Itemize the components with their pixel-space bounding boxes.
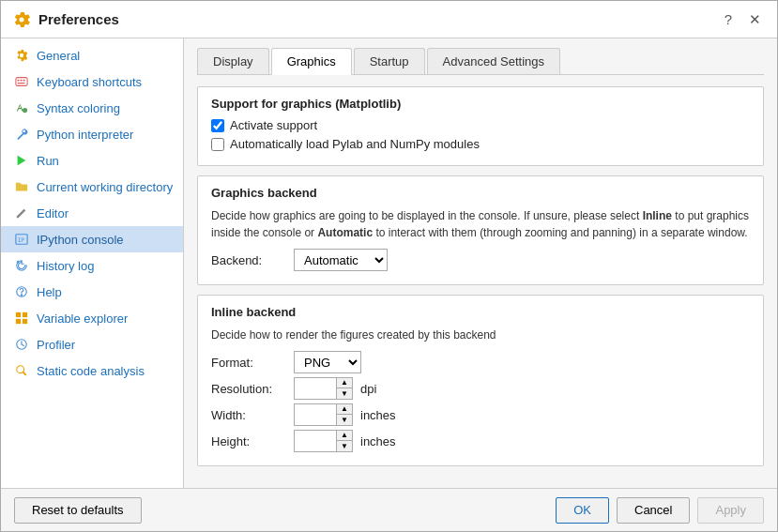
preferences-icon xyxy=(12,10,31,29)
backend-desc: Decide how graphics are going to be disp… xyxy=(211,207,750,241)
apply-button[interactable]: Apply xyxy=(697,497,764,524)
activate-support-row: Activate support xyxy=(211,118,750,132)
sidebar-item-run[interactable]: Run xyxy=(1,147,183,174)
pylab-checkbox[interactable] xyxy=(211,138,224,151)
ok-button[interactable]: OK xyxy=(556,497,609,524)
sidebar-item-help-label: Help xyxy=(37,285,62,299)
sidebar-item-profiler[interactable]: Profiler xyxy=(1,331,183,357)
backend-section: Graphics backend Decide how graphics are… xyxy=(197,175,764,285)
sidebar-item-python[interactable]: Python interpreter xyxy=(1,121,183,147)
console-icon: IP xyxy=(14,232,29,247)
dialog-title: Preferences xyxy=(38,11,119,27)
resolution-up-btn[interactable]: ▲ xyxy=(337,378,352,388)
width-up-btn[interactable]: ▲ xyxy=(337,404,352,415)
bottom-left: Reset to defaults xyxy=(14,497,142,524)
tab-graphics[interactable]: Graphics xyxy=(271,48,352,75)
content-area: General Keyboard shortcuts Syntax colori… xyxy=(1,38,777,488)
tab-display[interactable]: Display xyxy=(197,48,269,74)
backend-row: Backend: Automatic Inline Qt5 Qt4 SVG Tk… xyxy=(211,249,750,271)
history-icon xyxy=(14,258,29,273)
title-bar: Preferences ? ✕ xyxy=(1,1,777,38)
tab-startup[interactable]: Startup xyxy=(354,48,425,74)
sidebar-item-editor-label: Editor xyxy=(37,206,69,220)
inline-desc: Decide how to render the figures created… xyxy=(211,327,750,343)
sidebar-item-python-label: Python interpreter xyxy=(37,128,133,142)
paint-icon xyxy=(14,100,29,115)
sidebar-item-ipython[interactable]: IP IPython console xyxy=(1,226,183,252)
height-up-btn[interactable]: ▲ xyxy=(337,431,352,441)
cancel-button[interactable]: Cancel xyxy=(617,497,690,524)
height-spinner: 4 ▲ ▼ xyxy=(294,430,353,452)
reset-defaults-button[interactable]: Reset to defaults xyxy=(14,497,142,524)
sidebar-item-ipython-label: IPython console xyxy=(37,233,124,247)
main-panel: Display Graphics Startup Advanced Settin… xyxy=(184,38,777,488)
sidebar-item-run-label: Run xyxy=(37,154,59,168)
width-input[interactable]: 6 xyxy=(295,404,336,425)
width-down-btn[interactable]: ▼ xyxy=(337,415,352,425)
format-select[interactable]: PNG SVG xyxy=(294,351,361,373)
resolution-label: Resolution: xyxy=(211,382,286,396)
svg-marker-5 xyxy=(18,156,26,166)
sidebar-item-syntax[interactable]: Syntax coloring xyxy=(1,95,183,121)
sidebar-item-keyboard[interactable]: Keyboard shortcuts xyxy=(1,68,183,95)
activate-label[interactable]: Activate support xyxy=(230,118,317,132)
width-spinner: 6 ▲ ▼ xyxy=(294,403,353,426)
sidebar-item-history-label: History log xyxy=(37,259,94,273)
pylab-label[interactable]: Automatically load Pylab and NumPy modul… xyxy=(230,137,480,151)
bottom-right: OK Cancel Apply xyxy=(556,497,764,524)
sidebar-item-cwd[interactable]: Current working directory xyxy=(1,174,183,200)
width-spinner-btns: ▲ ▼ xyxy=(336,404,352,425)
sidebar-item-syntax-label: Syntax coloring xyxy=(37,101,120,115)
sidebar-item-help[interactable]: Help xyxy=(1,279,183,305)
svg-text:IP: IP xyxy=(18,236,25,243)
sidebar-item-variable-label: Variable explorer xyxy=(37,312,128,326)
height-down-btn[interactable]: ▼ xyxy=(337,441,352,451)
backend-select[interactable]: Automatic Inline Qt5 Qt4 SVG Tkinter xyxy=(294,249,388,271)
tab-advanced[interactable]: Advanced Settings xyxy=(427,48,560,74)
sidebar-item-variable[interactable]: Variable explorer xyxy=(1,305,183,331)
height-label: Height: xyxy=(211,434,286,448)
svg-rect-13 xyxy=(23,319,27,324)
folder-icon xyxy=(14,179,29,194)
support-section-title: Support for graphics (Matplotlib) xyxy=(211,97,750,111)
svg-rect-10 xyxy=(16,312,21,317)
sidebar-item-editor[interactable]: Editor xyxy=(1,200,183,226)
tabs-bar: Display Graphics Startup Advanced Settin… xyxy=(197,48,764,75)
svg-line-16 xyxy=(23,372,26,375)
activate-checkbox[interactable] xyxy=(211,119,224,132)
svg-rect-3 xyxy=(23,80,25,82)
sidebar-item-cwd-label: Current working directory xyxy=(37,180,173,194)
static-analysis-icon xyxy=(14,363,29,378)
grid-icon xyxy=(14,311,29,326)
title-bar-right: ? ✕ xyxy=(717,8,766,31)
format-row: Format: PNG SVG xyxy=(211,351,750,373)
svg-rect-2 xyxy=(21,80,23,82)
width-row: Width: 6 ▲ ▼ inches xyxy=(211,403,750,426)
sidebar-item-history[interactable]: History log xyxy=(1,252,183,279)
preferences-dialog: Preferences ? ✕ General Keyboard shortcu… xyxy=(0,0,778,532)
height-spinner-btns: ▲ ▼ xyxy=(336,431,352,451)
inline-section-title: Inline backend xyxy=(211,305,750,319)
resolution-row: Resolution: 72.0 ▲ ▼ dpi xyxy=(211,377,750,400)
sidebar-item-profiler-label: Profiler xyxy=(37,338,75,352)
svg-rect-11 xyxy=(23,312,27,317)
sidebar-item-general-label: General xyxy=(37,49,80,63)
gear-icon xyxy=(14,48,29,63)
width-unit: inches xyxy=(360,408,396,422)
svg-rect-1 xyxy=(18,80,20,82)
resolution-input[interactable]: 72.0 xyxy=(295,378,336,399)
svg-rect-0 xyxy=(16,78,27,86)
sidebar-item-static[interactable]: Static code analysis xyxy=(1,357,183,384)
resolution-down-btn[interactable]: ▼ xyxy=(337,388,352,399)
help-button[interactable]: ? xyxy=(717,8,740,31)
resolution-spinner: 72.0 ▲ ▼ xyxy=(294,377,353,400)
height-unit: inches xyxy=(360,434,396,448)
backend-section-title: Graphics backend xyxy=(211,186,750,200)
width-label: Width: xyxy=(211,408,286,422)
keyboard-icon xyxy=(14,74,29,89)
close-button[interactable]: ✕ xyxy=(743,8,766,31)
inline-section: Inline backend Decide how to render the … xyxy=(197,295,764,466)
sidebar-item-general[interactable]: General xyxy=(1,42,183,68)
height-input[interactable]: 4 xyxy=(295,431,336,451)
resolution-spinner-btns: ▲ ▼ xyxy=(336,378,352,399)
